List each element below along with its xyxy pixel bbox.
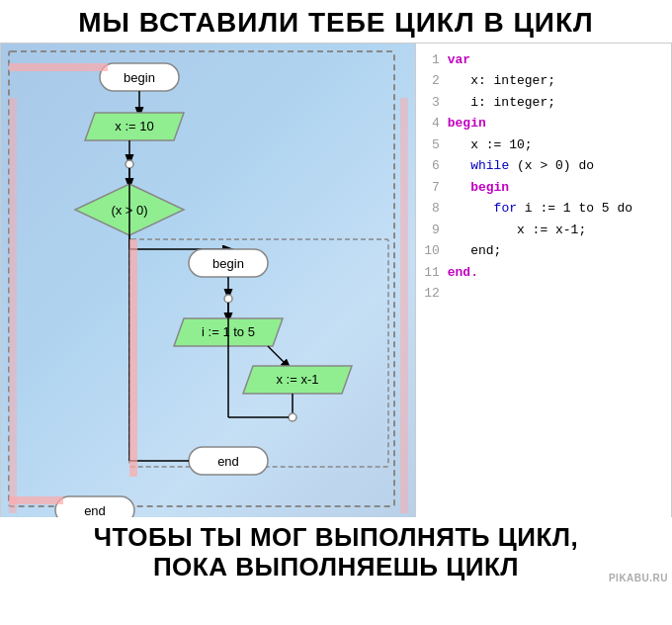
code-content: x: integer;: [448, 71, 555, 91]
code-line-5: 5 x := 10;: [416, 134, 671, 156]
code-content: for i := 1 to 5 do: [448, 199, 632, 219]
code-line-4: 4 begin: [416, 113, 671, 134]
svg-rect-39: [400, 98, 408, 513]
bottom-text: ЧТОБЫ ТЫ МОГ ВЫПОЛНЯТЬ ЦИКЛ, ПОКА ВЫПОЛН…: [0, 517, 672, 586]
svg-text:end: end: [217, 454, 239, 469]
main-content: begin x := 10 (x > 0) begin: [0, 43, 672, 517]
code-keyword: var: [448, 52, 470, 67]
line-num: 10: [420, 241, 440, 261]
code-line-9: 9 x := x-1;: [416, 220, 671, 241]
code-panel: 1 var 2 x: integer; 3 i: integer; 4 begi…: [415, 44, 671, 518]
svg-rect-0: [9, 51, 394, 506]
code-keyword: end.: [448, 265, 478, 280]
svg-text:x := 10: x := 10: [115, 119, 153, 134]
code-line-7: 7 begin: [416, 177, 671, 199]
bottom-text-line1: ЧТОБЫ ТЫ МОГ ВЫПОЛНЯТЬ ЦИКЛ,: [4, 523, 668, 553]
code-keyword: begin: [448, 180, 509, 195]
watermark: pikabu.ru: [609, 573, 668, 584]
flowchart-panel: begin x := 10 (x > 0) begin: [1, 44, 415, 518]
code-keyword: begin: [448, 116, 486, 131]
code-line-8: 8 for i := 1 to 5 do: [416, 198, 671, 220]
svg-text:begin: begin: [212, 256, 244, 271]
code-line-11: 11 end.: [416, 262, 671, 284]
line-num: 12: [420, 284, 440, 304]
bottom-text-line2: ПОКА ВЫПОЛНЯЕШЬ ЦИКЛ: [4, 553, 668, 582]
code-content: x := x-1;: [448, 221, 586, 240]
code-line-3: 3 i: integer;: [416, 92, 671, 114]
code-content: end;: [448, 241, 502, 261]
svg-text:x := x-1: x := x-1: [277, 372, 319, 387]
code-line-1: 1 var: [416, 49, 671, 71]
svg-line-21: [268, 346, 288, 366]
code-line-10: 10 end;: [416, 240, 671, 262]
flowchart-svg: begin x := 10 (x > 0) begin: [1, 44, 415, 518]
code-line-12: 12: [416, 283, 671, 305]
code-content: while (x > 0) do: [448, 156, 594, 176]
line-num: 1: [420, 50, 440, 70]
code-content: x := 10;: [448, 135, 533, 155]
svg-point-17: [224, 295, 232, 303]
line-num: 3: [420, 93, 440, 113]
line-num: 5: [420, 135, 440, 155]
svg-rect-38: [9, 98, 17, 513]
top-text-content: МЫ ВСТАВИЛИ ТЕБЕ ЦИКЛ В ЦИКЛ: [78, 7, 593, 38]
line-num: 9: [420, 221, 440, 240]
svg-point-25: [289, 413, 296, 421]
code-content: i: integer;: [448, 93, 555, 113]
svg-rect-36: [9, 496, 63, 504]
top-text: МЫ ВСТАВИЛИ ТЕБЕ ЦИКЛ В ЦИКЛ: [0, 0, 672, 43]
line-num: 4: [420, 114, 440, 134]
line-num: 2: [420, 71, 440, 91]
line-num: 6: [420, 156, 440, 176]
code-content: [448, 284, 456, 304]
svg-text:end: end: [84, 503, 106, 518]
line-num: 7: [420, 178, 440, 198]
svg-point-7: [126, 160, 133, 168]
line-num: 11: [420, 263, 440, 283]
code-line-2: 2 x: integer;: [416, 70, 671, 92]
line-num: 8: [420, 199, 440, 219]
code-line-6: 6 while (x > 0) do: [416, 155, 671, 177]
svg-rect-35: [9, 63, 108, 71]
svg-rect-37: [129, 239, 137, 477]
svg-text:begin: begin: [124, 70, 155, 85]
